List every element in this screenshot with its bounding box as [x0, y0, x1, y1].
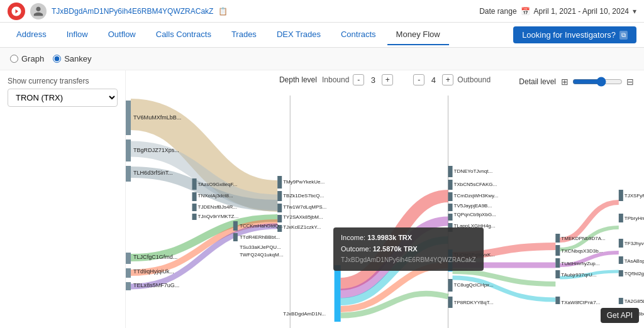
graph-radio[interactable] — [10, 55, 18, 63]
label-right2-4: TAubjr937qrU... — [561, 272, 596, 278]
wallet-address[interactable]: TJxBDgdAmD1NPy6ih4E6RBM4YQWZRACakZ — [52, 7, 213, 16]
node-right1-1[interactable] — [448, 166, 452, 177]
node-right1-5[interactable] — [448, 214, 452, 221]
node-right3-5[interactable] — [619, 270, 623, 276]
node-right3-3[interactable] — [619, 239, 623, 248]
graph-radio-item[interactable]: Graph — [10, 54, 44, 63]
node-center-9[interactable] — [277, 204, 282, 212]
node-left-6[interactable] — [126, 282, 131, 290]
label-center-5: TCCKmHahGtdQ... — [240, 223, 283, 229]
label-right1-9: TP8RDKYYBqT... — [454, 300, 494, 305]
node-center-1[interactable] — [192, 178, 197, 190]
nav-bar: AddressInflowOutflowCalls ContractsTrade… — [0, 23, 644, 48]
nav-item-trades[interactable]: Trades — [223, 25, 265, 45]
label-right3-5: TQf9d2g2aF4n... — [625, 271, 644, 276]
date-range: Date range 📅 April 1, 2021 - April 10, 2… — [479, 7, 636, 16]
label-node-left-3: TLH6d3rfSinT... — [133, 170, 173, 176]
node-right2-4[interactable] — [555, 270, 560, 278]
node-right2-5[interactable] — [555, 297, 560, 304]
nav-item-inflow[interactable]: Inflow — [58, 25, 97, 45]
nav-item-calls-contracts[interactable]: Calls Contracts — [147, 25, 220, 45]
label-center-6: TTdR4ERhBBbt... — [240, 234, 280, 240]
date-range-value: April 1, 2021 - April 10, 2024 — [534, 7, 629, 16]
nav-item-dex-trades[interactable]: DEX Trades — [268, 25, 330, 45]
label-node-left-6: TELx8s5MF7uG... — [133, 282, 179, 288]
avatar-icon — [30, 3, 47, 19]
node-center-10[interactable] — [277, 215, 282, 222]
currency-label: Show currency transfers — [8, 77, 118, 85]
external-link-icon: ⧉ — [619, 31, 628, 40]
node-center-3[interactable] — [192, 204, 197, 211]
label-center-col2-5: TJxKcEZ1czkY... — [283, 224, 321, 230]
label-node-left-4: TLJCfgC1Gfmd... — [133, 254, 177, 260]
node-main-address[interactable] — [335, 265, 341, 322]
nav-item-contracts[interactable]: Contracts — [332, 25, 385, 45]
get-api-button[interactable]: Get API — [601, 308, 639, 323]
node-right1-9[interactable] — [448, 297, 452, 308]
node-right1-6[interactable] — [448, 223, 452, 232]
label-node-left-1: TV6MuMXfmLbB... — [133, 114, 181, 121]
label-right2-1: TMEKDPNb9D7A... — [561, 236, 605, 241]
label-right1-3: TCmDzqWH3Kwy... — [454, 193, 499, 199]
node-right3-2[interactable] — [619, 214, 623, 222]
label-right1-6: TLappLXGHH4g... — [454, 223, 496, 229]
label-right1-4: TV5JaypjEA9B... — [454, 203, 492, 209]
label-center-col2-2: TBZk1DeS7bcQ... — [283, 193, 324, 199]
node-center-8[interactable] — [277, 191, 282, 201]
sankey-radio-item[interactable]: Sankey — [53, 54, 91, 63]
label-right3-6: TA2G85LLXqtb... — [625, 298, 644, 304]
controls-bar: Graph Sankey — [0, 48, 644, 70]
nav-item-address[interactable]: Address — [8, 25, 55, 45]
nav-item-money-flow[interactable]: Money Flow — [387, 25, 449, 45]
label-right3-3: TF3JhyvdKuh5... — [625, 241, 644, 246]
node-right1-main[interactable] — [448, 249, 452, 271]
label-center-2: TNXoIAj3dct8... — [198, 193, 233, 199]
label-right2-5: TXaW8fCtPnk7... — [561, 300, 600, 305]
node-left-2[interactable] — [126, 139, 131, 161]
node-right1-8[interactable] — [448, 279, 452, 292]
node-right1-3[interactable] — [448, 192, 452, 201]
node-right2-2[interactable] — [555, 245, 560, 256]
node-center-2[interactable] — [192, 192, 197, 201]
label-center-8: TWFQ24Q1ukqM... — [240, 252, 284, 258]
sankey-chart: TV6MuMXfmLbB... TBgRDJZ71Xps... TLH6d3rf… — [126, 70, 644, 328]
node-right1-2[interactable] — [448, 180, 452, 190]
node-left-3[interactable] — [126, 166, 131, 182]
label-right3-1: TJXSFyP1CsHx... — [625, 193, 644, 199]
node-left-1[interactable] — [126, 101, 131, 135]
sankey-radio[interactable] — [53, 55, 61, 63]
label-node-left-5: TTd9qHyjqiUk... — [133, 268, 174, 275]
node-right2-3[interactable] — [555, 258, 560, 268]
node-right1-4[interactable] — [448, 204, 452, 211]
view-toggle: Graph Sankey — [10, 54, 92, 63]
label-center-1: TAzsO9Gx8eqF... — [198, 182, 238, 187]
node-right2-1[interactable] — [555, 234, 560, 243]
label-center-3: TJDENsfBJs4R... — [198, 204, 237, 210]
looking-for-investigators-button[interactable]: Looking for Investigators? ⧉ — [513, 26, 636, 43]
flow-right3-1 — [560, 202, 618, 240]
label-right3-2: TPbryHmoIcLk... — [625, 216, 644, 221]
nav-item-outflow[interactable]: Outflow — [99, 25, 145, 45]
viz-area: Depth level Inbound - 3 + - 4 + Outbound… — [126, 70, 644, 328]
node-right3-4[interactable] — [619, 256, 623, 264]
node-center-4[interactable] — [192, 214, 197, 220]
currency-select[interactable]: TRON (TRX) USD BTC ETH — [8, 89, 118, 107]
node-left-4[interactable] — [126, 253, 131, 264]
label-center-col2-3: TTw1W7dLqMPS... — [283, 204, 326, 210]
copy-icon[interactable]: 📋 — [218, 7, 228, 16]
node-right3-1[interactable] — [619, 190, 623, 201]
header-left: TJxBDgdAmD1NPy6ih4E6RBM4YQWZRACakZ 📋 — [8, 3, 228, 20]
date-range-label: Date range — [479, 7, 516, 16]
cta-label: Looking for Investigators? — [522, 30, 616, 40]
date-range-dropdown-icon[interactable]: ▾ — [633, 7, 636, 16]
node-right3-6[interactable] — [619, 298, 623, 304]
node-center-7[interactable] — [277, 176, 282, 189]
label-right3-4: TAsABspTSYDj... — [625, 258, 644, 264]
label-center-col2-main: TJxBDgdAmD1N... — [283, 311, 326, 317]
label-center-4: TJnQv9rYMKTZ... — [198, 214, 239, 219]
label-center-col2-1: TMy9PwYkekUe... — [283, 179, 325, 185]
node-center-6[interactable] — [233, 233, 238, 241]
main-area: Show currency transfers TRON (TRX) USD B… — [0, 70, 644, 328]
node-left-5[interactable] — [126, 268, 131, 278]
node-center-5[interactable] — [233, 221, 238, 231]
